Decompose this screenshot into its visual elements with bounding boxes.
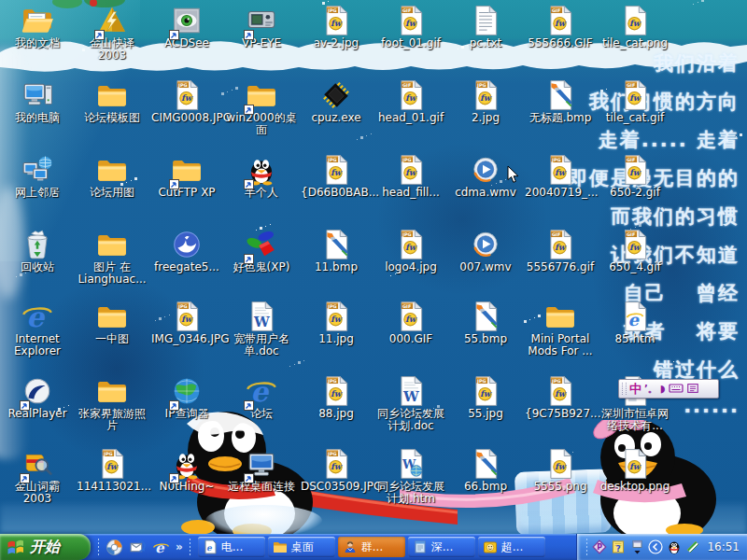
desktop-icon[interactable]: 金山快译 2003 bbox=[77, 5, 148, 62]
desktop-icon[interactable]: cpuz.exe bbox=[301, 79, 372, 124]
ime-language-bar[interactable]: 中 ’。 ◗ bbox=[618, 379, 719, 399]
desktop-icon[interactable]: pc.txt bbox=[450, 5, 521, 49]
desktop[interactable]: 我们沿着我们习惯的方向走着..... 走着即便是漫无目的的而我们的习惯让我们不知… bbox=[0, 0, 747, 534]
desktop-icon[interactable]: 好色鬼(XP) bbox=[226, 229, 297, 273]
internet-explorer-icon[interactable]: e bbox=[151, 538, 170, 556]
desktop-icon[interactable]: eInternet Explorer bbox=[2, 301, 73, 357]
taskbar-handle[interactable] bbox=[189, 538, 191, 556]
desktop-icon[interactable]: JPGfwlogo4.jpg bbox=[375, 229, 446, 273]
desktop-icon[interactable]: JPGfwhead_fill... bbox=[375, 154, 446, 199]
desktop-icon[interactable]: JPGfwCIMG0008.JPG bbox=[151, 79, 222, 124]
desktop-icon-label: 宽带用户名 单.doc bbox=[226, 333, 297, 357]
desktop-icon[interactable]: 论坛用图 bbox=[77, 154, 148, 199]
rdp-icon bbox=[246, 448, 277, 480]
desktop-icon[interactable]: 55.bmp bbox=[450, 301, 521, 345]
desktop-icon[interactable]: fw5555.png bbox=[525, 448, 596, 493]
desktop-icon[interactable]: 张家界旅游照 片 bbox=[77, 375, 148, 432]
desktop-icon[interactable]: 网上邻居 bbox=[2, 154, 73, 199]
quick-launch-handle[interactable] bbox=[97, 538, 100, 556]
desktop-icon[interactable]: e85.htm bbox=[599, 301, 670, 345]
desktop-icon[interactable]: 远程桌面连接 bbox=[226, 448, 297, 493]
desktop-icon[interactable]: JPGfwDSC03509.JPG bbox=[301, 448, 372, 493]
task-button[interactable]: 桌面 bbox=[268, 537, 335, 557]
jpg-icon: JPGfw bbox=[171, 301, 203, 332]
desktop-icon[interactable]: 11.bmp bbox=[301, 229, 372, 273]
desktop-icon[interactable]: 无标题.bmp bbox=[525, 79, 596, 124]
start-button[interactable]: 开始 bbox=[0, 534, 91, 560]
ime-diamond-icon[interactable]: P bbox=[592, 539, 607, 554]
desktop-icon[interactable]: 图片 在 Lianghuac... bbox=[77, 229, 148, 286]
hide-icons-chevron-icon[interactable] bbox=[648, 539, 663, 554]
desktop-icon[interactable]: GIFfw000.GIF bbox=[375, 301, 446, 345]
desktop-icon-label: 55.jpg bbox=[450, 408, 521, 420]
qq-messenger-icon[interactable] bbox=[667, 539, 682, 554]
desktop-icon[interactable]: W同乡论坛发展 计划.htm bbox=[375, 448, 446, 505]
desktop-icon[interactable]: N0tHing~ bbox=[151, 448, 222, 493]
ime-fullwidth-moon-button[interactable]: ◗ bbox=[660, 383, 666, 395]
svg-text:W: W bbox=[253, 314, 270, 330]
ime-punctuation-button[interactable]: ’。 bbox=[644, 383, 657, 396]
desktop-icon[interactable]: 一中图 bbox=[77, 301, 148, 345]
desktop-icon-label: 远程桌面连接 bbox=[226, 481, 297, 493]
desktop-icon[interactable]: freegate5... bbox=[151, 229, 222, 273]
task-button[interactable]: 超... bbox=[478, 537, 545, 557]
desktop-icon[interactable]: Mini Portal Mods For ... bbox=[525, 301, 596, 357]
ime-soft-keyboard-button[interactable] bbox=[669, 380, 684, 398]
desktop-icon[interactable]: CutFTP XP bbox=[151, 154, 222, 199]
desktop-icon[interactable]: fwdesktop.png bbox=[599, 448, 670, 493]
ime-drag-handle-icon[interactable] bbox=[622, 383, 627, 395]
dictionary-icon[interactable] bbox=[685, 539, 700, 554]
desktop-icon[interactable]: VP-EYE bbox=[226, 5, 297, 49]
desktop-icon[interactable]: JPGfw20040719_... bbox=[525, 154, 596, 199]
desktop-icon[interactable]: GIFfwfoot_01.gif bbox=[375, 5, 446, 49]
desktop-icon-label: 007.wmv bbox=[450, 261, 521, 273]
desktop-icon[interactable]: IP查询器 bbox=[151, 375, 222, 420]
folder-icon bbox=[96, 154, 128, 186]
desktop-icon[interactable]: 007.wmv bbox=[450, 229, 521, 273]
outlook-express-icon[interactable] bbox=[128, 538, 147, 556]
desktop-icon[interactable]: JPGfw2.jpg bbox=[450, 79, 521, 124]
task-button[interactable]: e电... bbox=[198, 537, 265, 557]
desktop-icon[interactable]: W同乡论坛发展 计划.doc bbox=[375, 375, 446, 432]
desktop-icon[interactable]: GIFfw650-2.gif bbox=[599, 154, 670, 199]
desktop-icon[interactable]: JPGfw{9C75B927... bbox=[525, 375, 596, 420]
desktop-icon[interactable]: 金山词霸 2003 bbox=[2, 448, 73, 505]
desktop-icon[interactable]: 我的文档 bbox=[2, 5, 73, 49]
svg-text:e: e bbox=[26, 301, 46, 332]
language-bar-restore-icon[interactable] bbox=[629, 539, 644, 554]
desktop-icon[interactable]: GIFfwhead_01.gif bbox=[375, 79, 446, 124]
task-button[interactable]: 群... bbox=[338, 537, 405, 557]
desktop-icon[interactable]: JPGfw114113021... bbox=[77, 448, 148, 493]
task-button[interactable]: 深... bbox=[408, 537, 475, 557]
desktop-icon[interactable]: win2000的桌 面 bbox=[226, 79, 297, 136]
desktop-icon[interactable]: 66.bmp bbox=[450, 448, 521, 493]
desktop-icon[interactable]: 半个人 bbox=[226, 154, 297, 199]
desktop-icon[interactable]: RealPlayer bbox=[2, 375, 73, 420]
desktop-icon[interactable]: cdma.wmv bbox=[450, 154, 521, 199]
desktop-icon[interactable]: e论坛 bbox=[226, 375, 297, 420]
ime-menu-button[interactable] bbox=[686, 380, 699, 398]
desktop-icon[interactable]: ACDSee bbox=[151, 5, 222, 49]
help-note-icon[interactable]: ? bbox=[611, 539, 626, 554]
desktop-icon[interactable]: JPGfw11.jpg bbox=[301, 301, 372, 345]
desktop-icon[interactable]: 回收站 bbox=[2, 229, 73, 273]
desktop-icon[interactable]: GIFfw650_4.gif bbox=[599, 229, 670, 273]
desktop-icon[interactable]: JPGfw88.jpg bbox=[301, 375, 372, 420]
desktop-icon[interactable]: GIFfw5556776.gif bbox=[525, 229, 596, 273]
windows-media-player-icon[interactable] bbox=[105, 538, 123, 556]
desktop-icon[interactable]: fwtile_cat.png bbox=[599, 5, 670, 49]
overflow-chevron[interactable]: » bbox=[175, 540, 184, 553]
desktop-icon[interactable]: 我的电脑 bbox=[2, 79, 73, 124]
desktop-icon[interactable]: W宽带用户名 单.doc bbox=[226, 301, 297, 357]
desktop-icon[interactable]: GIFfwtile_cat.gif bbox=[599, 79, 670, 124]
desktop-icon-label: 深圳市恒卓网 络技术有... bbox=[599, 408, 670, 432]
desktop-icon[interactable]: GIFfw555666.GIF bbox=[525, 5, 596, 49]
ime-chinese-mode-button[interactable]: 中 bbox=[629, 381, 641, 397]
doc-icon: W bbox=[246, 301, 277, 332]
folder-icon bbox=[96, 79, 128, 111]
desktop-icon[interactable]: JPGfwIMG_0346.JPG bbox=[151, 301, 222, 345]
desktop-icon[interactable]: JPGfwav-2.jpg bbox=[301, 5, 372, 49]
desktop-icon[interactable]: JPGfw55.jpg bbox=[450, 375, 521, 420]
desktop-icon[interactable]: JPGfw{D66B0BAB... bbox=[301, 154, 372, 199]
desktop-icon[interactable]: 论坛模板图 bbox=[77, 79, 148, 124]
